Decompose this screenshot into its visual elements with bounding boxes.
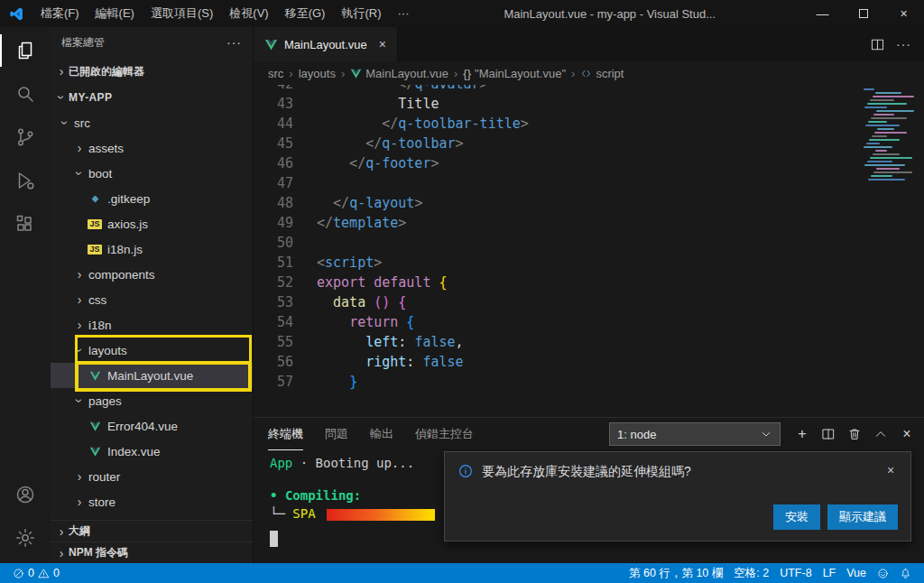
maximize-button[interactable] <box>843 0 883 27</box>
code-line-48[interactable]: 48 </q-layout> <box>254 193 924 213</box>
tree-item-i18n[interactable]: ›i18n <box>51 312 253 338</box>
panel-tab-item[interactable]: 終端機 <box>268 418 303 450</box>
close-tab-icon[interactable]: × <box>379 37 386 51</box>
editor-more-icon[interactable]: ··· <box>896 37 911 51</box>
maximize-panel-icon[interactable] <box>873 426 889 442</box>
line-number[interactable]: 43 <box>254 94 293 114</box>
menu-v[interactable]: 檢視(V) <box>221 0 276 27</box>
tree-item-router[interactable]: ›router <box>51 464 253 489</box>
tree-item-mainlayout-vue[interactable]: MainLayout.vue <box>51 363 253 388</box>
activity-account[interactable] <box>0 473 51 516</box>
activity-search[interactable] <box>0 72 51 116</box>
code-line-42[interactable]: 42 </q-avatar> <box>254 85 924 94</box>
line-number[interactable]: 42 <box>254 85 293 94</box>
menu-g[interactable]: 移至(G) <box>277 0 334 27</box>
split-terminal-icon[interactable] <box>820 426 836 442</box>
line-number[interactable]: 45 <box>254 134 293 153</box>
code-line-47[interactable]: 47 <box>254 173 924 193</box>
line-number[interactable]: 56 <box>254 352 293 372</box>
line-number[interactable]: 49 <box>254 213 293 233</box>
activity-explorer[interactable] <box>0 29 51 72</box>
status-bell[interactable] <box>894 563 917 583</box>
activity-source-control[interactable] <box>0 116 51 159</box>
menu-s[interactable]: 選取項目(S) <box>143 0 221 27</box>
menu-e[interactable]: 編輯(E) <box>88 0 143 27</box>
terminal-select[interactable]: 1: node <box>609 422 781 446</box>
status-60-10[interactable]: 第 60 行，第 10 欄 <box>624 563 728 583</box>
tree-item-index-vue[interactable]: Index.vue <box>51 439 253 464</box>
status-2[interactable]: 空格: 2 <box>728 563 774 583</box>
panel-tab-item[interactable]: 輸出 <box>370 418 393 450</box>
menu-r[interactable]: 執行(R) <box>333 0 389 27</box>
notification-show-recommendations-button[interactable]: 顯示建議 <box>827 504 898 530</box>
close-panel-icon[interactable]: × <box>899 426 915 442</box>
breadcrumb-mainlayout-vue[interactable]: {}"MainLayout.vue" <box>463 67 566 80</box>
line-number[interactable]: 47 <box>254 173 293 193</box>
tree-item-pages[interactable]: ›pages <box>51 388 253 413</box>
code-line-54[interactable]: 54 return { <box>254 312 924 332</box>
section-open-editors[interactable]: › 已開啟的編輯器 <box>51 58 253 85</box>
code-line-52[interactable]: 52export default { <box>254 273 924 292</box>
section-outline[interactable]: › 大綱 <box>51 520 253 541</box>
status-feedback[interactable] <box>872 563 894 583</box>
tab-mainlayout-vue[interactable]: MainLayout.vue × <box>254 27 398 61</box>
code-line-49[interactable]: 49</template> <box>254 213 924 233</box>
line-number[interactable]: 54 <box>254 312 293 332</box>
notification-settings-icon[interactable] <box>861 463 875 477</box>
code-line-44[interactable]: 44 </q-toolbar-title> <box>254 114 924 134</box>
breadcrumb-src[interactable]: src <box>268 67 283 80</box>
code-line-45[interactable]: 45 </q-toolbar> <box>254 134 924 153</box>
minimize-button[interactable]: — <box>802 0 843 27</box>
editor[interactable]: 42 </q-avatar>43 Title44 </q-toolbar-tit… <box>254 85 924 417</box>
code-line-46[interactable]: 46 </q-footer> <box>254 153 924 173</box>
line-number[interactable]: 50 <box>254 233 293 253</box>
line-number[interactable]: 55 <box>254 332 293 352</box>
activity-run-and-debug[interactable] <box>0 159 51 202</box>
status-vue[interactable]: Vue <box>841 563 872 583</box>
activity-settings[interactable] <box>0 516 51 560</box>
tree-item-i18n-js[interactable]: JSi18n.js <box>51 236 253 262</box>
tree-item-src[interactable]: ›src <box>51 110 253 135</box>
menu-f[interactable]: 檔案(F) <box>32 0 88 27</box>
tree-item-error404-vue[interactable]: Error404.vue <box>51 413 253 439</box>
section-npm-scripts[interactable]: › NPM 指令碼 <box>51 541 253 563</box>
notification-install-button[interactable]: 安裝 <box>773 504 820 530</box>
tree-item-css[interactable]: ›css <box>51 287 253 312</box>
code-line-50[interactable]: 50 <box>254 233 924 253</box>
status-utf-8[interactable]: UTF-8 <box>774 563 817 583</box>
section-workspace[interactable]: › MY-APP <box>51 85 253 110</box>
menu-overflow-icon[interactable]: ··· <box>389 0 417 27</box>
code-line-56[interactable]: 56 right: false <box>254 352 924 372</box>
code-line-57[interactable]: 57 } <box>254 372 924 392</box>
code-line-55[interactable]: 55 left: false, <box>254 332 924 352</box>
kill-terminal-icon[interactable] <box>846 426 863 442</box>
tree-item-assets[interactable]: ›assets <box>51 135 253 161</box>
tree-item-axios-js[interactable]: JSaxios.js <box>51 211 253 236</box>
line-number[interactable]: 46 <box>254 153 293 173</box>
sidebar-more-icon[interactable]: ··· <box>226 35 242 50</box>
code-line-43[interactable]: 43 Title <box>254 94 924 114</box>
problems-status[interactable]: 0 0 <box>7 563 65 583</box>
close-button[interactable]: × <box>883 0 924 27</box>
line-number[interactable]: 48 <box>254 193 293 213</box>
panel-tab-item[interactable]: 問題 <box>325 418 348 450</box>
breadcrumb-script[interactable]: script <box>580 67 624 80</box>
line-number[interactable]: 57 <box>254 372 293 392</box>
line-number[interactable]: 51 <box>254 253 293 273</box>
line-number[interactable]: 44 <box>254 114 293 134</box>
tree-item-store[interactable]: ›store <box>51 489 253 514</box>
minimap[interactable] <box>861 87 913 197</box>
code-line-53[interactable]: 53 data () { <box>254 292 924 312</box>
breadcrumb-mainlayout-vue[interactable]: MainLayout.vue <box>350 67 448 80</box>
code-line-51[interactable]: 51<script> <box>254 253 924 273</box>
new-terminal-icon[interactable]: + <box>794 426 810 442</box>
activity-extensions[interactable] <box>0 202 51 245</box>
tree-item-layouts[interactable]: ›layouts <box>51 338 253 363</box>
line-number[interactable]: 53 <box>254 292 293 312</box>
breadcrumb-layouts[interactable]: layouts <box>299 67 336 80</box>
tree-item-components[interactable]: ›components <box>51 262 253 287</box>
panel-tab-item[interactable]: 偵錯主控台 <box>415 418 474 450</box>
line-number[interactable]: 52 <box>254 273 293 292</box>
status-lf[interactable]: LF <box>818 563 842 583</box>
tree-item-gitkeep[interactable]: .gitkeep <box>51 186 253 211</box>
